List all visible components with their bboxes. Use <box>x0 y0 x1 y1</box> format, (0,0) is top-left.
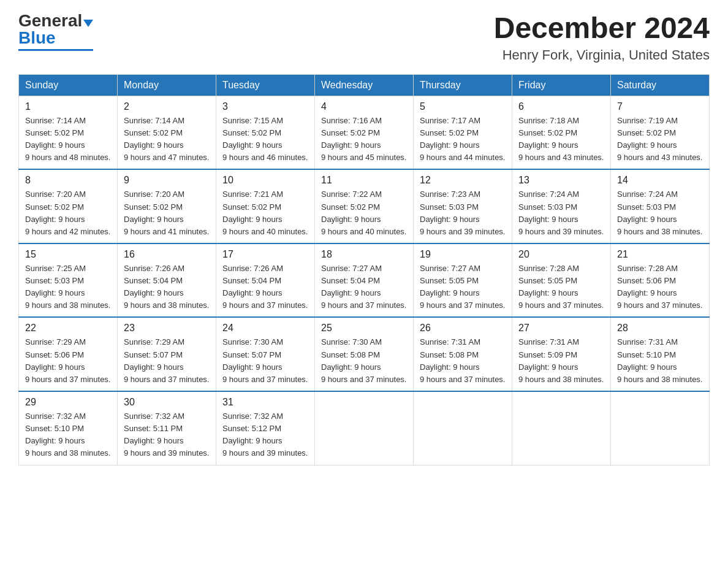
day-info: Sunrise: 7:30 AMSunset: 5:07 PMDaylight:… <box>222 336 308 386</box>
day-number: 31 <box>222 397 308 408</box>
day-number: 8 <box>25 175 111 186</box>
table-row: 28Sunrise: 7:31 AMSunset: 5:10 PMDayligh… <box>611 317 710 391</box>
table-row: 12Sunrise: 7:23 AMSunset: 5:03 PMDayligh… <box>414 169 512 243</box>
day-info: Sunrise: 7:27 AMSunset: 5:04 PMDaylight:… <box>321 262 407 312</box>
table-row: 25Sunrise: 7:30 AMSunset: 5:08 PMDayligh… <box>315 317 414 391</box>
day-number: 25 <box>321 323 407 334</box>
day-number: 16 <box>124 249 210 260</box>
table-row: 20Sunrise: 7:28 AMSunset: 5:05 PMDayligh… <box>512 243 611 318</box>
col-thursday: Thursday <box>414 74 512 96</box>
day-info: Sunrise: 7:31 AMSunset: 5:08 PMDaylight:… <box>420 336 506 386</box>
col-tuesday: Tuesday <box>216 74 315 96</box>
table-row <box>512 391 611 465</box>
day-info: Sunrise: 7:14 AMSunset: 5:02 PMDaylight:… <box>25 115 111 164</box>
day-number: 22 <box>25 323 111 334</box>
day-number: 10 <box>222 175 308 186</box>
day-number: 26 <box>420 323 506 334</box>
day-info: Sunrise: 7:18 AMSunset: 5:02 PMDaylight:… <box>518 115 604 164</box>
day-number: 20 <box>518 249 604 260</box>
day-info: Sunrise: 7:24 AMSunset: 5:03 PMDaylight:… <box>617 188 703 238</box>
col-sunday: Sunday <box>19 74 118 96</box>
table-row: 18Sunrise: 7:27 AMSunset: 5:04 PMDayligh… <box>315 243 414 318</box>
day-number: 28 <box>617 323 703 334</box>
table-row: 16Sunrise: 7:26 AMSunset: 5:04 PMDayligh… <box>118 243 216 318</box>
table-row <box>315 391 414 465</box>
day-info: Sunrise: 7:27 AMSunset: 5:05 PMDaylight:… <box>420 262 506 312</box>
table-row: 21Sunrise: 7:28 AMSunset: 5:06 PMDayligh… <box>611 243 710 318</box>
title-section: December 2024 Henry Fork, Virginia, Unit… <box>494 12 710 63</box>
day-number: 30 <box>124 397 210 408</box>
day-number: 27 <box>518 323 604 334</box>
table-row: 3Sunrise: 7:15 AMSunset: 5:02 PMDaylight… <box>216 96 315 169</box>
table-row: 24Sunrise: 7:30 AMSunset: 5:07 PMDayligh… <box>216 317 315 391</box>
col-friday: Friday <box>512 74 611 96</box>
calendar-header-row: Sunday Monday Tuesday Wednesday Thursday… <box>19 74 710 96</box>
day-number: 14 <box>617 175 703 186</box>
table-row: 7Sunrise: 7:19 AMSunset: 5:02 PMDaylight… <box>611 96 710 169</box>
day-info: Sunrise: 7:16 AMSunset: 5:02 PMDaylight:… <box>321 115 407 164</box>
main-title: December 2024 <box>494 12 710 45</box>
table-row: 31Sunrise: 7:32 AMSunset: 5:12 PMDayligh… <box>216 391 315 465</box>
day-number: 9 <box>124 175 210 186</box>
logo-blue-text: Blue <box>18 29 56 47</box>
day-info: Sunrise: 7:32 AMSunset: 5:10 PMDaylight:… <box>25 410 111 460</box>
day-number: 24 <box>222 323 308 334</box>
table-row: 22Sunrise: 7:29 AMSunset: 5:06 PMDayligh… <box>19 317 118 391</box>
day-number: 19 <box>420 249 506 260</box>
day-info: Sunrise: 7:32 AMSunset: 5:12 PMDaylight:… <box>222 410 308 460</box>
day-info: Sunrise: 7:31 AMSunset: 5:10 PMDaylight:… <box>617 336 703 386</box>
day-info: Sunrise: 7:14 AMSunset: 5:02 PMDaylight:… <box>124 115 210 164</box>
day-number: 13 <box>518 175 604 186</box>
logo: General Blue <box>18 12 93 51</box>
table-row: 23Sunrise: 7:29 AMSunset: 5:07 PMDayligh… <box>118 317 216 391</box>
day-info: Sunrise: 7:25 AMSunset: 5:03 PMDaylight:… <box>25 262 111 312</box>
table-row: 15Sunrise: 7:25 AMSunset: 5:03 PMDayligh… <box>19 243 118 318</box>
table-row: 26Sunrise: 7:31 AMSunset: 5:08 PMDayligh… <box>414 317 512 391</box>
day-info: Sunrise: 7:15 AMSunset: 5:02 PMDaylight:… <box>222 115 308 164</box>
table-row: 30Sunrise: 7:32 AMSunset: 5:11 PMDayligh… <box>118 391 216 465</box>
day-info: Sunrise: 7:17 AMSunset: 5:02 PMDaylight:… <box>420 115 506 164</box>
day-number: 1 <box>25 101 111 112</box>
day-info: Sunrise: 7:26 AMSunset: 5:04 PMDaylight:… <box>124 262 210 312</box>
col-saturday: Saturday <box>611 74 710 96</box>
table-row: 6Sunrise: 7:18 AMSunset: 5:02 PMDaylight… <box>512 96 611 169</box>
day-info: Sunrise: 7:21 AMSunset: 5:02 PMDaylight:… <box>222 188 308 238</box>
day-info: Sunrise: 7:31 AMSunset: 5:09 PMDaylight:… <box>518 336 604 386</box>
logo-general-text: General <box>18 12 82 29</box>
day-number: 5 <box>420 101 506 112</box>
day-info: Sunrise: 7:29 AMSunset: 5:07 PMDaylight:… <box>124 336 210 386</box>
table-row: 2Sunrise: 7:14 AMSunset: 5:02 PMDaylight… <box>118 96 216 169</box>
page-header: General Blue December 2024 Henry Fork, V… <box>18 12 710 63</box>
day-info: Sunrise: 7:20 AMSunset: 5:02 PMDaylight:… <box>25 188 111 238</box>
day-number: 11 <box>321 175 407 186</box>
day-number: 18 <box>321 249 407 260</box>
day-info: Sunrise: 7:32 AMSunset: 5:11 PMDaylight:… <box>124 410 210 460</box>
calendar-table: Sunday Monday Tuesday Wednesday Thursday… <box>18 74 710 465</box>
table-row: 10Sunrise: 7:21 AMSunset: 5:02 PMDayligh… <box>216 169 315 243</box>
col-monday: Monday <box>118 74 216 96</box>
day-number: 21 <box>617 249 703 260</box>
day-number: 23 <box>124 323 210 334</box>
table-row: 8Sunrise: 7:20 AMSunset: 5:02 PMDaylight… <box>19 169 118 243</box>
day-number: 12 <box>420 175 506 186</box>
day-number: 2 <box>124 101 210 112</box>
day-number: 3 <box>222 101 308 112</box>
table-row: 14Sunrise: 7:24 AMSunset: 5:03 PMDayligh… <box>611 169 710 243</box>
table-row <box>414 391 512 465</box>
day-info: Sunrise: 7:24 AMSunset: 5:03 PMDaylight:… <box>518 188 604 238</box>
day-info: Sunrise: 7:22 AMSunset: 5:02 PMDaylight:… <box>321 188 407 238</box>
table-row: 19Sunrise: 7:27 AMSunset: 5:05 PMDayligh… <box>414 243 512 318</box>
day-info: Sunrise: 7:28 AMSunset: 5:05 PMDaylight:… <box>518 262 604 312</box>
table-row: 17Sunrise: 7:26 AMSunset: 5:04 PMDayligh… <box>216 243 315 318</box>
logo-triangle-icon <box>83 20 93 27</box>
day-info: Sunrise: 7:29 AMSunset: 5:06 PMDaylight:… <box>25 336 111 386</box>
table-row <box>611 391 710 465</box>
day-info: Sunrise: 7:30 AMSunset: 5:08 PMDaylight:… <box>321 336 407 386</box>
table-row: 29Sunrise: 7:32 AMSunset: 5:10 PMDayligh… <box>19 391 118 465</box>
day-info: Sunrise: 7:19 AMSunset: 5:02 PMDaylight:… <box>617 115 703 164</box>
day-number: 4 <box>321 101 407 112</box>
day-number: 7 <box>617 101 703 112</box>
day-info: Sunrise: 7:28 AMSunset: 5:06 PMDaylight:… <box>617 262 703 312</box>
table-row: 27Sunrise: 7:31 AMSunset: 5:09 PMDayligh… <box>512 317 611 391</box>
col-wednesday: Wednesday <box>315 74 414 96</box>
